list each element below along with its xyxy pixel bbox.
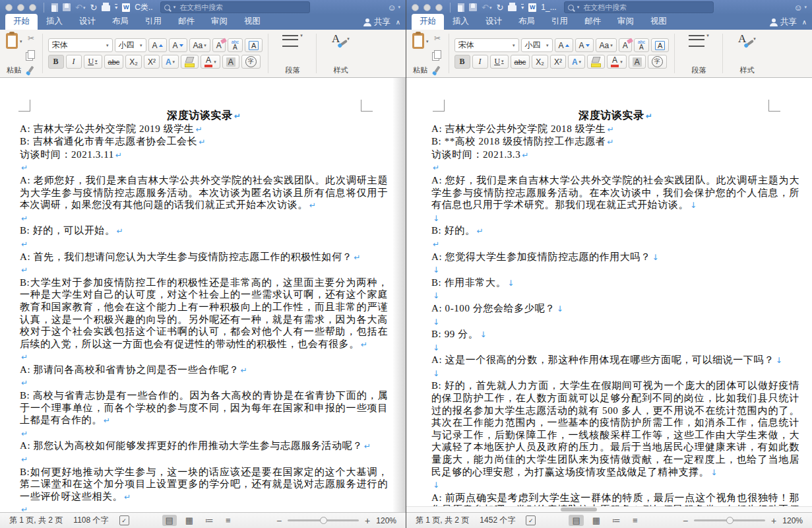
web-layout-view-button[interactable]: ▦: [589, 515, 604, 526]
tab-references[interactable]: 引用: [544, 14, 576, 30]
save-icon[interactable]: [469, 3, 477, 11]
zoom-in-icon[interactable]: +: [365, 515, 370, 526]
highlight-button[interactable]: [181, 55, 199, 69]
tab-view[interactable]: 视图: [236, 14, 268, 30]
search-box[interactable]: ▾: [160, 1, 310, 13]
collapse-ribbon-icon[interactable]: ∧: [396, 18, 400, 26]
font-color-button[interactable]: A▾: [607, 55, 627, 69]
zoom-slider[interactable]: [288, 519, 359, 521]
change-case-button[interactable]: Aa▾: [189, 38, 210, 52]
zoom-window-button[interactable]: [435, 4, 443, 11]
search-input[interactable]: [582, 3, 709, 12]
print-icon[interactable]: [102, 3, 110, 11]
zoom-window-button[interactable]: [29, 4, 36, 11]
close-button[interactable]: [412, 4, 419, 11]
share-button[interactable]: 共享: [770, 16, 797, 28]
minimize-button[interactable]: [423, 4, 431, 11]
redo-icon[interactable]: ↻: [90, 3, 97, 12]
phonetic-guide-button[interactable]: abcA: [228, 38, 243, 52]
character-shading-button[interactable]: A: [222, 55, 239, 69]
tab-layout[interactable]: 布局: [104, 14, 137, 30]
horizontal-scrollbar[interactable]: [406, 506, 812, 512]
search-input[interactable]: [178, 3, 305, 12]
clear-formatting-button[interactable]: A: [212, 38, 226, 52]
enclose-characters-button[interactable]: 字: [241, 55, 261, 69]
font-name-combo[interactable]: 宋体▾: [48, 38, 113, 52]
feedback-smiley-icon[interactable]: ☺▾: [387, 3, 400, 13]
word-count[interactable]: 1452 个字: [480, 515, 515, 526]
cut-icon[interactable]: ✂: [28, 34, 34, 42]
strikethrough-button[interactable]: abc: [511, 55, 530, 69]
copy-icon[interactable]: [28, 50, 35, 59]
new-document-icon[interactable]: [51, 3, 58, 12]
proofing-status-icon[interactable]: ✓: [119, 515, 129, 525]
styles-group[interactable]: A▾ 样式: [318, 31, 363, 76]
change-case-button[interactable]: Aa▾: [596, 38, 617, 52]
tab-design[interactable]: 设计: [478, 14, 510, 30]
underline-button[interactable]: U▾: [84, 55, 102, 69]
zoom-out-icon[interactable]: −: [683, 515, 688, 526]
text-effects-button[interactable]: A▾: [162, 55, 179, 69]
character-border-button[interactable]: A: [245, 38, 263, 52]
grow-font-button[interactable]: A: [148, 38, 167, 52]
subscript-button[interactable]: X₂: [125, 55, 142, 69]
undo-icon[interactable]: ↶▾: [482, 3, 491, 12]
superscript-button[interactable]: X²: [144, 55, 160, 69]
tab-home[interactable]: 开始: [5, 14, 38, 30]
strikethrough-button[interactable]: abc: [104, 55, 124, 69]
shrink-font-button[interactable]: A: [169, 38, 187, 52]
bold-button[interactable]: B: [454, 55, 470, 69]
outline-view-button[interactable]: ≔: [202, 515, 217, 526]
clear-formatting-button[interactable]: A: [619, 38, 632, 52]
tab-layout[interactable]: 布局: [511, 14, 543, 30]
toolbar-overflow-icon[interactable]: ▾: [115, 4, 117, 11]
new-document-icon[interactable]: [458, 3, 464, 12]
feedback-smiley-icon[interactable]: ☺▾: [794, 3, 807, 13]
copy-icon[interactable]: [434, 50, 441, 59]
document-editing-surface[interactable]: 深度访谈实录↵A: 吉林大学公共外交学院 2018 级学生↵B: **高校 20…: [406, 78, 812, 512]
print-layout-view-button[interactable]: ▤: [162, 515, 177, 526]
paste-button[interactable]: ▾ 粘贴: [412, 33, 429, 74]
enclose-characters-button[interactable]: 字: [648, 55, 667, 69]
format-painter-icon[interactable]: [28, 66, 34, 73]
phonetic-guide-button[interactable]: abcA: [634, 38, 649, 52]
character-shading-button[interactable]: A: [629, 55, 646, 69]
zoom-slider-thumb[interactable]: [726, 517, 734, 524]
styles-group[interactable]: A▾ 样式: [724, 31, 769, 76]
page-indicator[interactable]: 第 1 页, 共 2 页: [9, 515, 63, 526]
tab-review[interactable]: 审阅: [203, 14, 235, 30]
search-caret-icon[interactable]: ▾: [173, 5, 176, 10]
zoom-slider-thumb[interactable]: [320, 517, 327, 524]
italic-button[interactable]: I: [472, 55, 488, 69]
text-effects-button[interactable]: A▾: [568, 55, 585, 69]
format-painter-icon[interactable]: [435, 66, 441, 73]
shrink-font-button[interactable]: A: [575, 38, 594, 52]
document-editing-surface[interactable]: 深度访谈实录↵A: 吉林大学公共外交学院 2019 级学生↵B: 吉林省通化市青…: [0, 78, 406, 512]
outline-view-button[interactable]: ≔: [609, 515, 624, 526]
web-layout-view-button[interactable]: ▦: [182, 515, 197, 526]
paste-button[interactable]: ▾ 粘贴: [6, 33, 22, 74]
search-caret-icon[interactable]: ▾: [577, 5, 580, 10]
tab-review[interactable]: 审阅: [609, 14, 642, 30]
save-icon[interactable]: [63, 3, 71, 11]
zoom-out-icon[interactable]: −: [276, 515, 282, 526]
print-layout-view-button[interactable]: ▤: [569, 515, 583, 526]
subscript-button[interactable]: X₂: [532, 55, 548, 69]
zoom-level[interactable]: 120%: [782, 516, 803, 525]
tab-design[interactable]: 设计: [71, 14, 104, 30]
italic-button[interactable]: I: [66, 55, 82, 69]
minimize-button[interactable]: [17, 4, 24, 11]
word-count[interactable]: 1108 个字: [73, 515, 108, 526]
bold-button[interactable]: B: [48, 55, 64, 69]
tab-home[interactable]: 开始: [412, 14, 444, 30]
font-name-combo[interactable]: 宋体▾: [454, 38, 519, 52]
cut-icon[interactable]: ✂: [434, 34, 441, 42]
superscript-button[interactable]: X²: [550, 55, 566, 69]
zoom-level[interactable]: 120%: [376, 516, 396, 525]
tab-insert[interactable]: 插入: [445, 14, 477, 30]
zoom-slider[interactable]: [694, 519, 765, 521]
tab-mailings[interactable]: 邮件: [170, 14, 203, 30]
font-color-button[interactable]: A▾: [201, 55, 220, 69]
draft-view-button[interactable]: ≡: [629, 515, 641, 526]
close-button[interactable]: [5, 4, 13, 11]
